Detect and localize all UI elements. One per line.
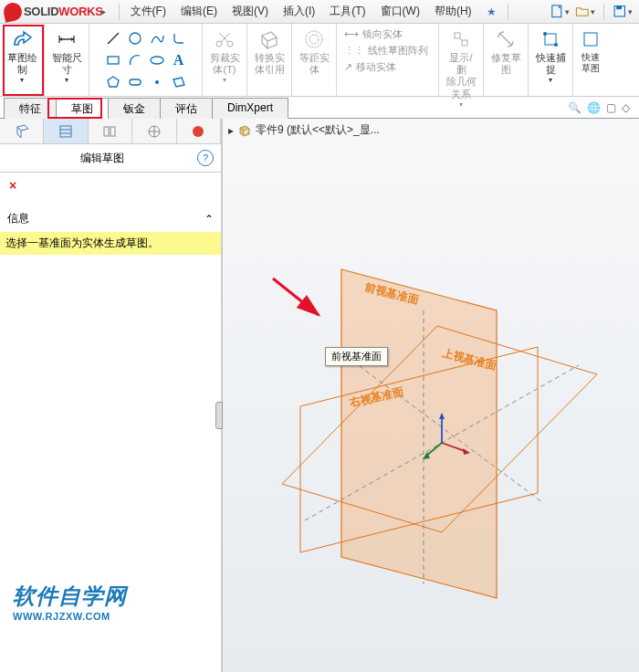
tab-feature[interactable]: 特征	[4, 98, 57, 119]
svg-point-18	[543, 32, 547, 36]
svg-marker-7	[108, 77, 119, 87]
part-icon	[237, 123, 252, 138]
tab-sheetmetal[interactable]: 钣金	[108, 98, 161, 119]
move-label: 移动实体	[356, 60, 396, 74]
front-plane[interactable]	[341, 269, 497, 598]
watermark: 软件自学网 WWW.RJZXW.COM	[13, 582, 127, 622]
offset-entities-button[interactable]: 等距实 体	[296, 26, 332, 78]
svg-rect-20	[584, 33, 597, 46]
graphics-viewport[interactable]: ▸ 零件9 (默认<<默认>_显... 前视基准面 上视基准面 右视基准面	[223, 119, 639, 672]
info-section-header[interactable]: 信息 ⌃	[0, 207, 221, 230]
line-tool[interactable]	[103, 28, 123, 48]
new-file-button[interactable]: ▾	[549, 1, 571, 23]
polygon-tool[interactable]	[103, 72, 123, 92]
ribbon-group-convert: 转换实 体引用	[247, 24, 292, 96]
svg-point-19	[554, 43, 558, 47]
quick-sketch-icon	[580, 28, 602, 50]
tab-dimxpert[interactable]: DimXpert	[212, 98, 288, 119]
rectangle-tool[interactable]	[103, 50, 123, 70]
panel-header: 编辑草图 ?	[0, 144, 221, 173]
breadcrumb-expand-icon[interactable]: ▸	[228, 124, 234, 137]
trim-button[interactable]: 剪裁实 体(T) ▾	[206, 26, 243, 87]
reference-planes[interactable]: 前视基准面 上视基准面 右视基准面	[259, 237, 624, 621]
menu-help[interactable]: 帮助(H)	[427, 0, 479, 23]
repair-sketch-button[interactable]: 修复草 图	[487, 26, 524, 78]
ribbon-group-draw-tools: A	[89, 24, 203, 96]
breadcrumb[interactable]: ▸ 零件9 (默认<<默认>_显...	[228, 122, 380, 138]
svg-rect-25	[110, 127, 115, 136]
offset-icon	[303, 28, 325, 50]
spline-tool[interactable]	[147, 28, 167, 48]
smart-dimension-label: 智能尺 寸	[52, 52, 82, 76]
svg-rect-21	[60, 126, 71, 137]
solidworks-logo-icon	[2, 1, 24, 23]
command-tabs: 特征 草图 钣金 评估 DimXpert 🔍 🌐 ▢ ◇	[0, 97, 639, 119]
plane-tooltip: 前视基准面	[325, 347, 388, 366]
display-manager-tab[interactable]	[177, 119, 221, 143]
sketch-draw-button[interactable]: 草图绘 制 ▾	[4, 26, 40, 87]
show-hide-relations-button[interactable]: 显示/删 除几何 关系 ▾	[443, 26, 479, 110]
config-manager-tab[interactable]	[89, 119, 132, 143]
quick-toolbar: ▾ ▾ ▾	[549, 1, 639, 23]
menu-tools[interactable]: 工具(T)	[322, 0, 372, 23]
menu-star-icon[interactable]: ★	[479, 2, 504, 22]
svg-line-16	[460, 38, 462, 40]
open-file-button[interactable]: ▾	[574, 1, 596, 23]
repair-icon	[495, 28, 517, 50]
menu-view[interactable]: 视图(V)	[225, 0, 276, 23]
splitter-handle[interactable]	[215, 402, 223, 429]
ribbon-group-quick-sketch: 快速 草图	[573, 24, 608, 96]
save-button[interactable]: ▾	[612, 1, 634, 23]
text-tool[interactable]: A	[169, 50, 189, 70]
feature-tree-tab[interactable]	[0, 119, 44, 143]
breadcrumb-part-label: 零件9 (默认<<默认>_显...	[256, 122, 380, 138]
dimxpert-manager-tab[interactable]	[132, 119, 176, 143]
menu-insert[interactable]: 插入(I)	[276, 0, 322, 23]
svg-point-12	[309, 35, 319, 44]
separator	[508, 4, 508, 20]
svg-rect-14	[455, 33, 460, 38]
separator	[119, 4, 120, 20]
tab-sketch[interactable]: 草图	[56, 98, 109, 119]
move-entities-button[interactable]: ↗移动实体	[340, 59, 432, 75]
slot-tool[interactable]	[125, 72, 145, 92]
cancel-button[interactable]: ×	[0, 173, 221, 198]
svg-rect-8	[130, 79, 141, 85]
quick-sketch-button[interactable]: 快速 草图	[577, 26, 604, 76]
menu-file[interactable]: 文件(F)	[123, 0, 173, 23]
help-icon[interactable]: ?	[197, 150, 214, 166]
convert-entities-button[interactable]: 转换实 体引用	[251, 26, 288, 78]
smart-dimension-button[interactable]: 智能尺 寸 ▾	[48, 26, 85, 87]
fillet-tool[interactable]	[169, 28, 189, 48]
ellipse-tool[interactable]	[147, 50, 167, 70]
repair-label: 修复草 图	[491, 52, 521, 76]
move-icon: ↗	[344, 61, 352, 73]
point-tool[interactable]	[147, 72, 167, 92]
convert-icon	[258, 28, 280, 50]
svg-rect-2	[616, 5, 622, 9]
mirror-entities-button[interactable]: ⟷镜向实体	[340, 26, 432, 42]
view-toolbar: 🔍 🌐 ▢ ◇	[568, 97, 639, 118]
dimension-icon	[56, 28, 78, 50]
svg-point-9	[155, 80, 159, 84]
arc-tool[interactable]	[125, 50, 145, 70]
view-orientation-icon[interactable]: ◇	[622, 101, 630, 114]
tab-evaluate[interactable]: 评估	[160, 98, 213, 119]
svg-rect-5	[108, 57, 119, 64]
show-hide-label: 显示/删 除几何 关系	[445, 52, 477, 100]
menu-edit[interactable]: 编辑(E)	[173, 0, 225, 23]
snap-icon	[539, 28, 561, 50]
svg-point-29	[193, 126, 204, 137]
display-style-icon[interactable]: ▢	[606, 101, 616, 114]
circle-tool[interactable]	[125, 28, 145, 48]
zoom-icon[interactable]: 🔍	[568, 101, 581, 114]
menu-window[interactable]: 窗口(W)	[373, 0, 427, 23]
property-manager-tab[interactable]	[44, 119, 88, 143]
globe-icon[interactable]: 🌐	[587, 101, 601, 114]
offset-label: 等距实 体	[299, 52, 330, 76]
chevron-down-icon[interactable]: ▸	[101, 6, 106, 16]
quick-snap-button[interactable]: 快速捕 捉 ▾	[532, 26, 569, 87]
watermark-title: 软件自学网	[13, 582, 127, 611]
plane-tool[interactable]	[169, 72, 189, 92]
linear-pattern-button[interactable]: ⋮⋮线性草图阵列	[340, 43, 432, 58]
